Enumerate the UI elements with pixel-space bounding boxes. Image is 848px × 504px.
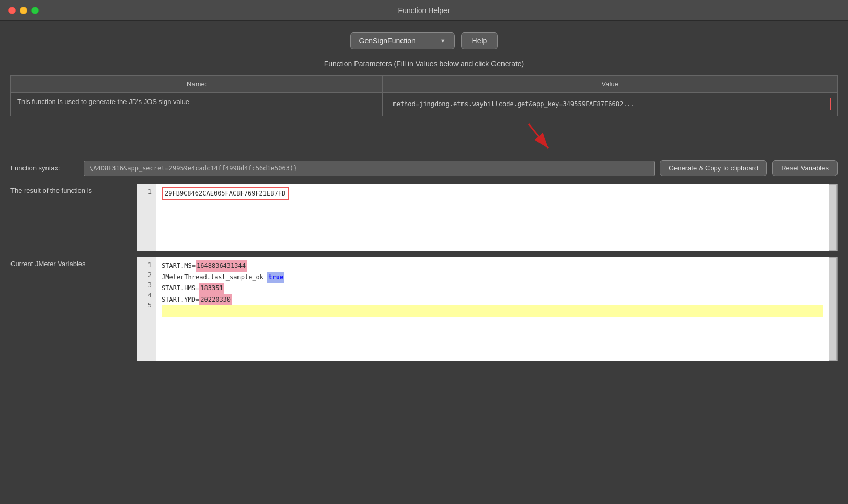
arrow-row — [10, 121, 838, 153]
param-value-text: method=jingdong.etms.waybillcode.get&app… — [389, 98, 831, 110]
reset-button[interactable]: Reset Variables — [772, 160, 838, 176]
table-row: This function is used to generate the JD… — [11, 93, 838, 116]
jmeter-eq-3: = — [196, 283, 199, 294]
jmeter-eq-1: = — [192, 260, 196, 272]
jmeter-key-2: JMeterThread.last_sample_ok — [162, 272, 267, 283]
syntax-label: Function syntax: — [10, 164, 78, 172]
line-num-1: 1 — [142, 260, 152, 270]
jmeter-line-2: JMeterThread.last_sample_ok true — [162, 272, 823, 283]
jmeter-val-3: 183351 — [199, 283, 224, 294]
generate-button[interactable]: Generate & Copy to clipboard — [660, 160, 767, 176]
params-heading: Function Parameters (Fill in Values belo… — [10, 58, 838, 70]
close-button[interactable] — [8, 7, 16, 14]
jmeter-eq-4: = — [196, 294, 199, 306]
line-num-5: 5 — [142, 301, 152, 311]
result-line-numbers: 1 — [137, 184, 156, 251]
jmeter-line-4: START.YMD = 20220330 — [162, 294, 823, 306]
param-value-cell: method=jingdong.etms.waybillcode.get&app… — [383, 93, 838, 116]
dropdown-label: GenSignFunction — [359, 37, 416, 45]
line-num-3: 3 — [142, 280, 152, 290]
jmeter-content[interactable]: START.MS = 1648836431344 JMeterThread.la… — [156, 257, 829, 361]
jmeter-key-3: START.HMS — [162, 283, 196, 294]
line-num-4: 4 — [142, 291, 152, 301]
jmeter-val-4: 20220330 — [199, 294, 232, 306]
jmeter-label: Current JMeter Variables — [10, 257, 131, 268]
result-content[interactable]: 29FB9C8462CAE005FACBF769F21EB7FD — [156, 184, 829, 251]
jmeter-line-5[interactable] — [162, 305, 823, 317]
jmeter-line-1: START.MS = 1648836431344 — [162, 260, 823, 272]
line-num-2: 2 — [142, 270, 152, 280]
jmeter-val-2: true — [267, 272, 284, 283]
jmeter-key-1: START.MS — [162, 260, 192, 272]
result-value: 29FB9C8462CAE005FACBF769F21EB7FD — [162, 187, 289, 200]
window-title: Function Helper — [398, 6, 450, 15]
arrow-icon — [523, 121, 555, 155]
result-editor: 1 29FB9C8462CAE005FACBF769F21EB7FD — [137, 184, 838, 251]
minimize-button[interactable] — [20, 7, 27, 14]
main-content: GenSignFunction ▼ Help Function Paramete… — [0, 21, 848, 504]
jmeter-editor: 1 2 3 4 5 START.MS = 1648836431344 JMete… — [137, 257, 838, 361]
function-dropdown[interactable]: GenSignFunction ▼ — [350, 32, 455, 49]
jmeter-scrollbar[interactable] — [829, 257, 837, 361]
jmeter-line-3: START.HMS = 183351 — [162, 283, 823, 294]
jmeter-key-4: START.YMD — [162, 294, 196, 306]
maximize-button[interactable] — [31, 7, 39, 14]
syntax-input[interactable]: \A4D8F316&app_secret=29959e4cadc14ff4998… — [84, 161, 655, 176]
jmeter-val-1: 1648836431344 — [196, 260, 247, 272]
result-section: The result of the function is 1 29FB9C84… — [10, 184, 838, 251]
chevron-down-icon: ▼ — [440, 38, 446, 44]
svg-line-1 — [529, 124, 548, 148]
jmeter-line-numbers: 1 2 3 4 5 — [137, 257, 156, 361]
result-label: The result of the function is — [10, 184, 131, 194]
toolbar-row: GenSignFunction ▼ Help — [10, 29, 838, 52]
help-button[interactable]: Help — [461, 32, 498, 49]
syntax-row: Function syntax: \A4D8F316&app_secret=29… — [10, 158, 838, 178]
name-col-header: Name: — [11, 76, 383, 93]
params-table: Name: Value This function is used to gen… — [10, 75, 838, 116]
title-bar: Function Helper — [0, 0, 848, 21]
result-scrollbar[interactable] — [829, 184, 837, 251]
param-name-cell: This function is used to generate the JD… — [11, 93, 383, 116]
value-col-header: Value — [383, 76, 838, 93]
traffic-lights — [8, 7, 39, 14]
jmeter-section: Current JMeter Variables 1 2 3 4 5 START… — [10, 257, 838, 496]
